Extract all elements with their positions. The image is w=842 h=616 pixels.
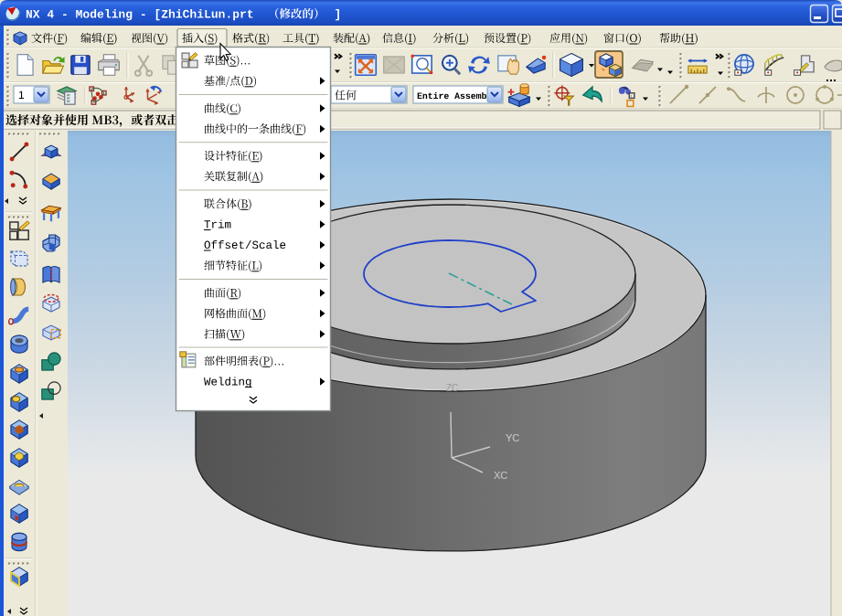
- svg-text:XC: XC: [494, 470, 507, 481]
- svg-text:YC: YC: [506, 432, 519, 443]
- svg-text:ZC: ZC: [446, 383, 458, 393]
